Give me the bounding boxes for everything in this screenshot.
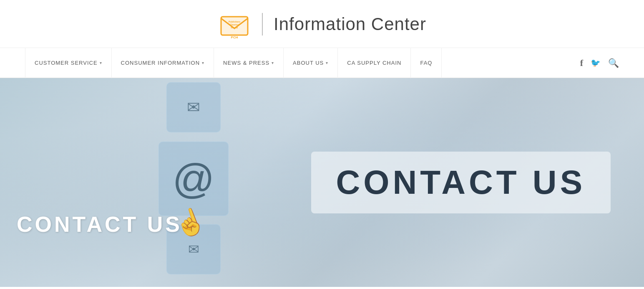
hero-contact-us-right-text: CONTACT US — [336, 164, 586, 201]
nav-label-customer-service: CUSTOMER SERVICE — [35, 60, 98, 66]
nav-item-news-press[interactable]: NEWS & PRESS ▾ — [214, 48, 284, 78]
nav-label-about-us: ABOUT US — [293, 60, 324, 66]
search-icon[interactable]: 🔍 — [608, 58, 619, 68]
nav-item-consumer-information[interactable]: CONSUMER INFORMATION ▾ — [112, 48, 214, 78]
site-title: Information Center — [274, 14, 426, 34]
hero-section: ✉ @ ✉ ☝ CONTACT US CONTACT US — [0, 78, 644, 287]
site-header: PCH Publishers Clearing House Informatio… — [0, 0, 644, 48]
chevron-down-icon: ▾ — [202, 61, 204, 65]
logo-area: PCH Publishers Clearing House Informatio… — [218, 8, 426, 41]
nav-item-ca-supply-chain[interactable]: CA SUPPLY CHAIN — [338, 48, 411, 78]
chevron-down-icon: ▾ — [326, 61, 328, 65]
hero-email-icon-top: ✉ — [166, 82, 221, 132]
hero-button-group: ✉ @ ✉ — [158, 78, 229, 287]
chevron-down-icon: ▾ — [272, 61, 274, 65]
facebook-icon[interactable]: f — [580, 58, 583, 68]
nav-social-search: f 🐦 🔍 — [580, 58, 619, 68]
nav-label-faq: FAQ — [420, 60, 432, 66]
nav-item-about-us[interactable]: ABOUT US ▾ — [284, 48, 338, 78]
nav-items-group: CUSTOMER SERVICE ▾ CONSUMER INFORMATION … — [25, 48, 442, 78]
email-icon-bottom: ✉ — [188, 241, 199, 257]
email-icon: ✉ — [187, 98, 200, 117]
hero-contact-us-right-box: CONTACT US — [311, 152, 611, 213]
hero-contact-us-left: CONTACT US — [17, 212, 182, 237]
nav-label-consumer-information: CONSUMER INFORMATION — [121, 60, 200, 66]
pch-logo-icon[interactable]: PCH Publishers Clearing House — [218, 8, 251, 41]
logo-divider — [262, 13, 263, 35]
svg-text:Clearing: Clearing — [230, 23, 239, 26]
at-symbol-icon: @ — [172, 155, 215, 203]
twitter-icon[interactable]: 🐦 — [591, 58, 601, 68]
chevron-down-icon: ▾ — [100, 61, 102, 65]
nav-item-faq[interactable]: FAQ — [411, 48, 442, 78]
nav-item-customer-service[interactable]: CUSTOMER SERVICE ▾ — [25, 48, 112, 78]
svg-rect-0 — [221, 17, 248, 35]
svg-text:Publishers: Publishers — [229, 20, 240, 23]
svg-text:PCH: PCH — [231, 35, 238, 39]
nav-label-ca-supply-chain: CA SUPPLY CHAIN — [347, 60, 401, 66]
main-navigation: CUSTOMER SERVICE ▾ CONSUMER INFORMATION … — [0, 48, 644, 78]
svg-text:House: House — [231, 26, 238, 29]
nav-label-news-press: NEWS & PRESS — [223, 60, 269, 66]
